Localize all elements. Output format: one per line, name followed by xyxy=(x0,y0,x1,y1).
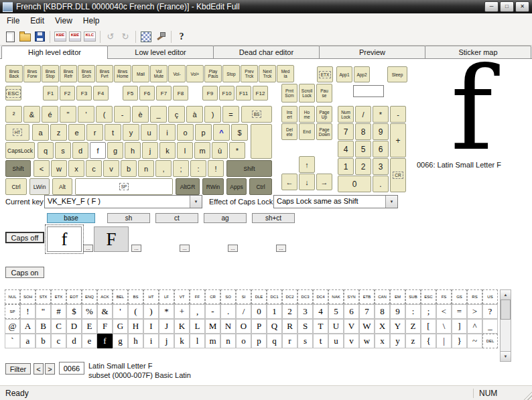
charmap-cell[interactable]: ` xyxy=(5,334,20,348)
key-apps[interactable]: Apps xyxy=(226,178,247,195)
key-f12[interactable]: F12 xyxy=(253,86,268,101)
key-char[interactable]: _ xyxy=(150,106,167,123)
key-+[interactable]: + xyxy=(390,123,406,157)
charmap-cell[interactable]: HT xyxy=(143,289,159,304)
tab-high-level-editor[interactable]: High level editor xyxy=(1,46,108,58)
charmap-cell[interactable]: Q xyxy=(267,319,282,334)
key-9[interactable]: 9 xyxy=(373,123,389,140)
charmap-cell[interactable]: Z xyxy=(405,319,421,334)
key-3[interactable]: 3 xyxy=(373,158,389,175)
charmap-cell[interactable]: f xyxy=(97,334,113,348)
key-char[interactable]: ← xyxy=(281,174,297,190)
modifier-tab-base[interactable]: base xyxy=(47,213,95,223)
key-char[interactable]: ^ xyxy=(213,124,230,141)
key-capslock[interactable]: CapsLock xyxy=(5,142,35,159)
charmap-cell[interactable]: ENQ xyxy=(82,289,97,304)
base-char-cell[interactable]: f xyxy=(47,226,82,252)
key-f6[interactable]: F6 xyxy=(139,86,155,101)
key-etx[interactable]: ETX xyxy=(317,66,333,82)
charmap-cell[interactable]: J xyxy=(159,319,174,334)
key-char[interactable]: = xyxy=(222,106,239,123)
key-w[interactable]: w xyxy=(51,160,67,177)
charmap-cell[interactable]: + xyxy=(174,304,190,319)
charmap-cell[interactable]: DC4 xyxy=(313,289,328,304)
charmap-cell[interactable]: w xyxy=(359,334,375,348)
key-char[interactable]: ) xyxy=(204,106,221,123)
key-med-ia[interactable]: Med ia xyxy=(277,65,294,82)
charmap-cell[interactable]: o xyxy=(236,334,251,348)
caps-off-button[interactable]: Caps off xyxy=(5,232,44,243)
menu-item-view[interactable]: View xyxy=(50,14,78,27)
charmap-cell[interactable]: h xyxy=(128,334,143,348)
key-2[interactable]: 2 xyxy=(355,158,371,175)
charmap-cell[interactable]: v xyxy=(344,334,359,348)
key-char[interactable]: < xyxy=(34,160,50,177)
charmap-cell[interactable]: 3 xyxy=(297,304,313,319)
key-s[interactable]: s xyxy=(55,142,71,159)
charmap-cell[interactable]: @ xyxy=(5,319,20,334)
charmap-cell[interactable]: BS xyxy=(128,289,143,304)
key-page-up[interactable]: Page Up xyxy=(316,106,332,123)
tab-low-level-editor[interactable]: Low level editor xyxy=(107,46,214,58)
tools-button[interactable] xyxy=(153,29,168,44)
charmap-cell[interactable]: , xyxy=(190,304,205,319)
charmap-cell[interactable]: F xyxy=(97,319,113,334)
key-char[interactable]: ! xyxy=(208,160,224,177)
charmap-cell[interactable]: U xyxy=(328,319,344,334)
key-f11[interactable]: F11 xyxy=(236,86,251,101)
kbe-open-button[interactable]: KBE xyxy=(68,29,82,44)
key-shift[interactable]: Shift xyxy=(5,160,31,177)
key-a[interactable]: a xyxy=(32,124,49,141)
key-scroll-lock[interactable]: Scroll Lock xyxy=(299,84,315,103)
shift-ctrl-char-more-button[interactable]: ... xyxy=(276,245,286,252)
key-prev-trck[interactable]: Prev Trck xyxy=(241,65,258,82)
charmap-cell[interactable]: a xyxy=(20,334,36,348)
charmap-cell[interactable]: = xyxy=(452,304,467,319)
charmap-cell[interactable]: SP xyxy=(5,304,20,319)
key-x[interactable]: x xyxy=(68,160,84,177)
charmap-cell[interactable]: . xyxy=(220,304,236,319)
charmap-cell[interactable]: " xyxy=(36,304,51,319)
charmap-cell[interactable]: ETX xyxy=(51,289,66,304)
charmap-cell[interactable]: X xyxy=(375,319,390,334)
charmap-cell[interactable]: 5 xyxy=(328,304,344,319)
key-capture-box[interactable] xyxy=(353,85,384,97)
charmap-cell[interactable]: EOT xyxy=(66,289,82,304)
key-m[interactable]: m xyxy=(194,142,210,159)
new-file-button[interactable] xyxy=(3,29,17,44)
charmap-cell[interactable]: DLE xyxy=(251,289,267,304)
charmap-cell[interactable]: B xyxy=(36,319,51,334)
key-lwin[interactable]: LWin xyxy=(29,178,50,195)
prev-char-button[interactable]: < xyxy=(34,363,44,375)
key-char[interactable]: è xyxy=(132,106,149,123)
charmap-cell[interactable]: EM xyxy=(390,289,405,304)
charmap-cell[interactable]: 1 xyxy=(267,304,282,319)
key-char[interactable]: ' xyxy=(78,106,94,123)
key-brws-home[interactable]: Brws Home xyxy=(114,65,131,82)
charmap-scrollbar[interactable]: ▲ ▼ xyxy=(500,289,511,362)
charmap-cell[interactable]: RS xyxy=(467,289,482,304)
charmap-cell[interactable]: FS xyxy=(436,289,452,304)
charmap-cell[interactable]: < xyxy=(436,304,452,319)
key-ins-ert[interactable]: Ins ert xyxy=(281,106,297,123)
key-e[interactable]: e xyxy=(68,124,85,141)
key-char[interactable]: à xyxy=(186,106,203,123)
charmap-cell[interactable]: 7 xyxy=(359,304,375,319)
key-6[interactable]: 6 xyxy=(373,141,389,157)
charmap-cell[interactable]: c xyxy=(51,334,66,348)
key-vol+[interactable]: Vol+ xyxy=(186,65,204,82)
chevron-down-icon[interactable]: ▼ xyxy=(190,196,202,208)
charmap-cell[interactable]: $ xyxy=(66,304,82,319)
charmap-cell[interactable]: L xyxy=(190,319,205,334)
current-key-select[interactable]: VK_KEY_F ( F ) ▼ xyxy=(44,195,202,208)
charmap-cell[interactable]: CR xyxy=(205,289,220,304)
key-h[interactable]: h xyxy=(125,142,141,159)
key-char[interactable]: * xyxy=(229,142,245,159)
key-next-trck[interactable]: Next Trck xyxy=(259,65,276,82)
charmap-cell[interactable]: x xyxy=(375,334,390,348)
charmap-cell[interactable]: SYN xyxy=(344,289,359,304)
charmap-cell[interactable]: 4 xyxy=(313,304,328,319)
charmap-cell[interactable]: GS xyxy=(452,289,467,304)
kbe-save-button[interactable]: KBE xyxy=(53,29,68,44)
charmap-cell[interactable]: t xyxy=(313,334,328,348)
